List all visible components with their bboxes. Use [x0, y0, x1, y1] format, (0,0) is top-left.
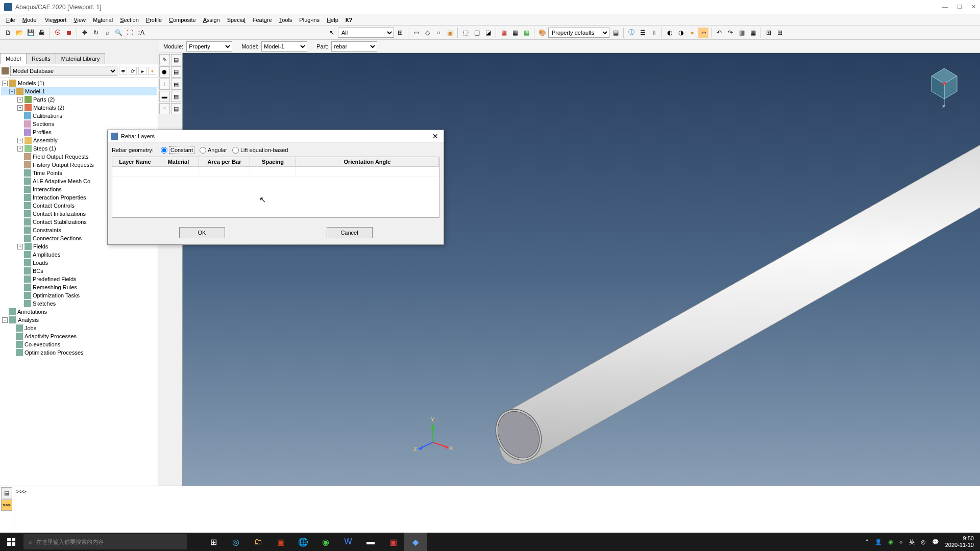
color-icon[interactable]: 🎨 [537, 28, 547, 38]
layers2-icon[interactable]: ⫴ [649, 28, 659, 38]
part-select[interactable]: rebar [331, 41, 377, 52]
tool-section-mgr[interactable]: ▤ [171, 66, 182, 78]
info-icon[interactable]: ⓘ [626, 28, 636, 38]
tool-composite[interactable]: ≡ [159, 103, 170, 114]
settings-icon[interactable]: ✦ [148, 67, 156, 75]
menu-composite[interactable]: Composite [166, 16, 199, 24]
model-select[interactable]: Model-1 [261, 41, 307, 52]
filter-icon[interactable]: ≑ [119, 67, 127, 75]
tree-item[interactable]: −Analysis [1, 316, 157, 324]
sort-icon[interactable]: ↕A [136, 28, 146, 38]
layers1-icon[interactable]: ☰ [638, 28, 648, 38]
database-select[interactable]: Model Database [10, 66, 117, 76]
mesh1-icon[interactable]: ▦ [499, 28, 509, 38]
blend2-icon[interactable]: ◑ [676, 28, 686, 38]
tree-item[interactable]: Predefined Fields [1, 275, 157, 283]
tree-item[interactable]: −Model-1 [1, 87, 157, 95]
select-add-icon[interactable]: ⊞ [395, 28, 405, 38]
blend1-icon[interactable]: ◐ [665, 28, 675, 38]
tree-item[interactable]: −Models (1) [1, 79, 157, 87]
menu-help[interactable]: Help [324, 16, 341, 24]
tray-ime-icon[interactable]: 英 [909, 538, 915, 546]
pointer-icon[interactable]: ↖ [327, 28, 337, 38]
menu-file[interactable]: File [3, 16, 18, 24]
hidden-icon[interactable]: ◫ [472, 28, 482, 38]
tool-composite-mgr[interactable]: ▤ [171, 103, 182, 114]
view-cube[interactable]: z [924, 63, 965, 109]
zoom-icon[interactable]: 🔍 [113, 28, 124, 38]
blend3-icon[interactable]: ● [687, 28, 697, 38]
tree-item[interactable]: Jobs [1, 324, 157, 332]
ppt-icon[interactable]: ▣ [270, 533, 292, 551]
part-geometry[interactable] [479, 124, 980, 482]
dialog-close-button[interactable]: ✕ [430, 132, 440, 140]
start-button[interactable] [0, 533, 22, 551]
menu-special[interactable]: Special [224, 16, 249, 24]
terminal-icon[interactable]: ▬ [359, 533, 382, 551]
tray-wechat-icon[interactable]: ◉ [888, 539, 893, 545]
task-view-icon[interactable]: ⊞ [202, 533, 225, 551]
rebar-layers-table[interactable]: Layer Name Material Area per Bar Spacing… [112, 157, 439, 218]
table2-icon[interactable]: ⊞ [775, 28, 785, 38]
tree-item[interactable]: Sections [1, 120, 157, 128]
menu-plugins[interactable]: Plug-ins [296, 16, 323, 24]
tree-item[interactable]: Annotations [1, 308, 157, 316]
message-tab-python[interactable]: >>> [1, 499, 12, 511]
edge-icon[interactable]: ◎ [225, 533, 247, 551]
tab-results[interactable]: Results [26, 53, 56, 64]
redo-icon[interactable]: ↷ [725, 28, 736, 38]
tree-item[interactable]: Sketches [1, 299, 157, 308]
tool-material[interactable]: ✎ [159, 54, 170, 65]
save-icon[interactable]: 💾 [26, 28, 36, 38]
shaded-icon[interactable]: ◪ [483, 28, 493, 38]
maximize-button[interactable]: ☐ [957, 4, 962, 10]
circle-select-icon[interactable]: ○ [433, 28, 444, 38]
poly-select-icon[interactable]: ◇ [422, 28, 432, 38]
tool-assign[interactable]: ▬ [159, 91, 170, 102]
tray-network-icon[interactable]: ◎ [921, 539, 926, 545]
menu-feature[interactable]: Feature [250, 16, 275, 24]
wechat-icon[interactable]: ◉ [314, 533, 337, 551]
message-tab-cli[interactable]: ▤ [1, 487, 12, 498]
tool-section[interactable]: ⬢ [159, 66, 170, 78]
menu-profile[interactable]: Profile [143, 16, 165, 24]
cancel-button[interactable]: Cancel [327, 227, 373, 238]
table1-icon[interactable]: ⊞ [764, 28, 774, 38]
viewport[interactable]: X Y Z z ⟋SIMULIA [183, 53, 980, 486]
mesh2-icon[interactable]: ▦ [510, 28, 520, 38]
pan-icon[interactable]: ✥ [80, 28, 90, 38]
radio-angular[interactable]: Angular [200, 147, 227, 154]
grid1-icon[interactable]: ▥ [737, 28, 747, 38]
record-icon[interactable]: ⦿ [53, 28, 63, 38]
tool-profile-mgr[interactable]: ▤ [171, 79, 182, 90]
tree-item[interactable]: Adaptivity Processes [1, 332, 157, 340]
ok-button[interactable]: OK [179, 227, 225, 238]
print-icon[interactable]: 🖶 [37, 28, 47, 38]
fit-icon[interactable]: ⛶ [125, 28, 135, 38]
tree-item[interactable]: Optimization Processes [1, 348, 157, 357]
tree-item[interactable]: +Materials (2) [1, 104, 157, 112]
zoom-window-icon[interactable]: ⌕ [102, 28, 112, 38]
tree-item[interactable]: Co-executions [1, 340, 157, 348]
tool-assign-mgr[interactable]: ▤ [171, 91, 182, 102]
tree-item[interactable]: Remeshing Rules [1, 283, 157, 291]
refresh-icon[interactable]: ⟳ [129, 67, 137, 75]
chrome-icon[interactable]: 🌐 [292, 533, 314, 551]
wps-icon[interactable]: W [337, 533, 359, 551]
menu-assign[interactable]: Assign [200, 16, 223, 24]
stop-icon[interactable]: ◼ [64, 28, 74, 38]
mesh3-icon[interactable]: ▦ [521, 28, 531, 38]
record-app-icon[interactable]: ▣ [382, 533, 404, 551]
menu-tools[interactable]: Tools [276, 16, 296, 24]
radio-constant[interactable]: Constant [161, 146, 194, 154]
rect-select-icon[interactable]: ▭ [411, 28, 421, 38]
close-button[interactable]: ✕ [971, 4, 976, 10]
box-icon[interactable]: ▣ [445, 28, 455, 38]
new-icon[interactable]: 🗋 [3, 28, 13, 38]
tree-item[interactable]: Optimization Tasks [1, 291, 157, 299]
tray-people-icon[interactable]: 👤 [875, 539, 882, 545]
tray-cloud-icon[interactable]: ⟐ [899, 539, 903, 545]
expand-icon[interactable]: ▸ [138, 67, 146, 75]
tree-item[interactable]: Loads [1, 259, 157, 267]
taskbar-clock[interactable]: 9:502020-11-10 [945, 535, 974, 548]
